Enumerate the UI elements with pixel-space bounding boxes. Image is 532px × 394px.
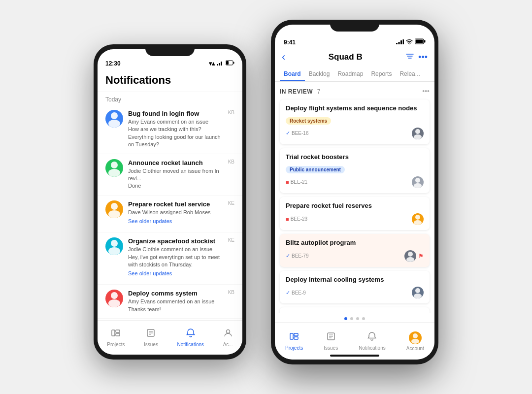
phone2-device: 9:41 (271, 20, 438, 364)
board-card[interactable]: Prepare rocket fuel reserves ■ BEE-23 (280, 197, 430, 230)
column-header-left: IN REVIEW 7 (280, 87, 320, 96)
home-indicator (330, 355, 379, 357)
phone1-battery-icon (226, 60, 234, 67)
card-footer: ■ BEE-21 (286, 176, 424, 188)
notification-key: KB (228, 159, 234, 164)
nav-label-account: Ac... (223, 342, 233, 347)
nav-item-projects[interactable]: Projects (285, 331, 303, 351)
card-id: ■ BEE-23 (286, 216, 307, 222)
avatar (105, 200, 123, 218)
card-footer: ✓ BEE-9 (286, 287, 424, 298)
notification-content: Organize spacefood stockist Jodie Clothi… (128, 237, 223, 279)
card-title: Prepare rocket fuel reserves (286, 202, 424, 210)
dot-3 (356, 317, 359, 320)
dot-1 (344, 317, 347, 320)
header-actions: ••• (405, 52, 428, 63)
filter-icon[interactable] (405, 52, 414, 63)
battery-icon (415, 38, 426, 46)
nav-item-issues[interactable]: Issues (144, 328, 158, 347)
nav-item-notifications[interactable]: Notifications (177, 328, 204, 347)
list-item[interactable]: Prepare rocket fuel service Dave Wilson … (98, 196, 242, 232)
tab-board[interactable]: Board (280, 67, 305, 81)
column-menu-icon[interactable]: ••• (422, 87, 430, 95)
avatar (404, 250, 416, 262)
svg-point-13 (111, 240, 118, 247)
notification-body: Thanks team! (128, 306, 223, 313)
svg-rect-49 (294, 333, 298, 336)
svg-rect-20 (116, 330, 120, 332)
tab-reports[interactable]: Reports (367, 67, 396, 81)
phone2-board: IN REVIEW 7 ••• Deploy flight systems an… (275, 82, 434, 313)
phone2-time: 9:41 (284, 39, 296, 46)
board-card[interactable]: Deploy internal cooling systems ✓ BEE-9 (280, 271, 430, 304)
see-older-link[interactable]: See older updates (128, 216, 223, 227)
svg-rect-27 (396, 43, 398, 44)
notification-content: Bug found in login flow Amy Evans commen… (128, 110, 223, 149)
notification-title: Organize spacefood stockist (128, 237, 223, 245)
nav-label-issues: Issues (144, 342, 158, 347)
phone2-tabs: Board Backlog Roadmap Reports Relea... (275, 67, 434, 82)
phone1-title: Notifications (105, 74, 234, 87)
card-id: ✓ BEE-9 (286, 290, 306, 296)
phone1-notification-list: Bug found in login flow Amy Evans commen… (98, 105, 242, 322)
list-item[interactable]: Announce rocket launch Jodie Clothier mo… (98, 154, 242, 196)
svg-point-43 (414, 220, 422, 225)
notification-sub: Jodie Clothier moved an issue from In re… (128, 167, 223, 183)
list-item[interactable]: Bug found in login flow Amy Evans commen… (98, 105, 242, 154)
card-footer: ✓ BEE-16 (286, 128, 424, 139)
notification-content: Prepare rocket fuel service Dave Wilson … (128, 200, 223, 227)
board-card[interactable]: Deploy flight systems and sequence nodes… (280, 99, 430, 144)
nav-item-issues[interactable]: Issues (324, 331, 338, 351)
projects-nav-icon (289, 331, 299, 344)
back-button[interactable]: ‹ (282, 51, 285, 64)
phone2-notch (330, 20, 379, 32)
list-item[interactable]: Deploy comms system Amy Evans commented … (98, 285, 242, 319)
board-card[interactable]: Blitz autopilot program ✓ BEE-79 ⚑ (280, 234, 430, 267)
check-icon: ✓ (286, 130, 290, 136)
svg-rect-33 (424, 40, 426, 43)
avatar (412, 176, 424, 188)
avatar (105, 110, 123, 128)
card-id: ■ BEE-21 (286, 179, 307, 185)
list-item[interactable]: Organize spacefood stockist Jodie Clothi… (98, 232, 242, 285)
nav-item-account[interactable]: Account (406, 331, 424, 351)
more-icon[interactable]: ••• (418, 52, 428, 63)
svg-rect-21 (116, 333, 120, 336)
tab-releases[interactable]: Relea... (396, 67, 424, 81)
svg-point-47 (414, 294, 422, 298)
notifications-icon (186, 328, 196, 340)
card-avatars: ⚑ (404, 250, 424, 262)
svg-rect-4 (233, 62, 234, 64)
card-title: Trial rocket boosters (286, 153, 424, 162)
column-header: IN REVIEW 7 ••• (280, 87, 430, 96)
check-icon: ✓ (286, 290, 290, 296)
notification-content: Announce rocket launch Jodie Clothier mo… (128, 159, 223, 190)
svg-point-41 (414, 183, 422, 188)
svg-point-9 (111, 162, 118, 168)
svg-point-6 (111, 112, 118, 119)
svg-point-12 (108, 210, 120, 218)
card-id: ✓ BEE-79 (286, 253, 308, 259)
svg-rect-2 (221, 62, 222, 66)
svg-rect-5 (226, 61, 229, 65)
phone1-today-label: Today (98, 92, 242, 105)
nav-item-notifications[interactable]: Notifications (359, 331, 385, 351)
see-older-link[interactable]: See older updates (128, 268, 223, 279)
svg-point-56 (411, 339, 419, 344)
board-card[interactable]: Trial rocket boosters Public announcemen… (280, 148, 430, 193)
check-icon: ✓ (286, 253, 290, 259)
tab-roadmap[interactable]: Roadmap (333, 67, 367, 81)
svg-point-38 (415, 129, 420, 134)
board-card[interactable]: Organize spacefood stockist (280, 307, 430, 313)
nav-item-account[interactable]: Ac... (223, 328, 233, 347)
nav-item-projects[interactable]: Projects (107, 328, 125, 347)
nav-label-account: Account (406, 346, 424, 351)
phone2-bottomnav: Projects Issues Notifications (275, 322, 434, 360)
column-title: IN REVIEW (280, 88, 313, 95)
notification-title: Bug found in login flow (128, 110, 223, 117)
svg-rect-50 (294, 337, 298, 339)
svg-rect-28 (399, 42, 400, 44)
tab-backlog[interactable]: Backlog (305, 67, 334, 81)
phone1-device: 12:30 ▾▴ (94, 44, 246, 360)
flag-icon: ⚑ (418, 253, 424, 260)
